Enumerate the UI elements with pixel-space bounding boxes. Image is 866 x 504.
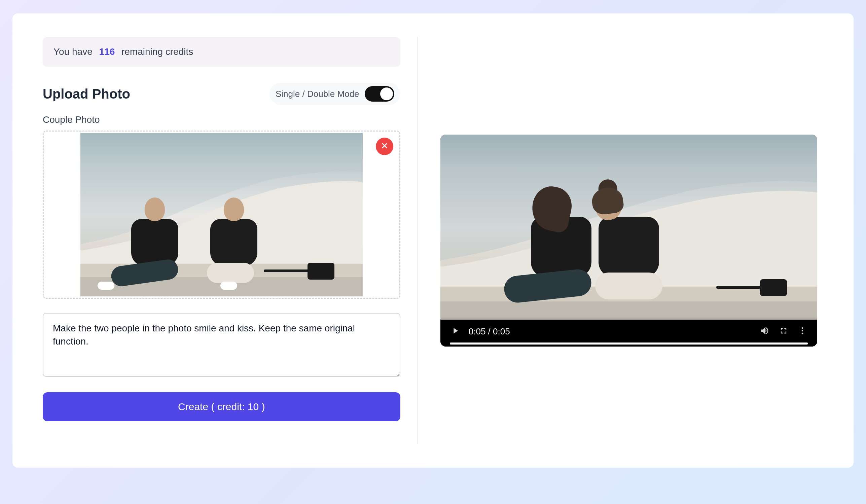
- volume-icon: [760, 326, 769, 337]
- video-player[interactable]: 0:05 / 0:05: [441, 135, 817, 347]
- main-card: You have 116 remaining credits Upload Ph…: [12, 13, 854, 468]
- volume-button[interactable]: [759, 326, 770, 337]
- credits-count: 116: [95, 46, 119, 57]
- upload-header: Upload Photo Single / Double Mode: [43, 83, 400, 105]
- video-controls: 0:05 / 0:05: [441, 316, 817, 347]
- fullscreen-icon: [779, 326, 788, 337]
- mode-toggle[interactable]: [365, 86, 394, 102]
- prompt-input[interactable]: [43, 313, 400, 377]
- upload-title: Upload Photo: [43, 87, 130, 102]
- upload-area[interactable]: [43, 131, 400, 299]
- couple-photo-label: Couple Photo: [43, 114, 400, 125]
- play-icon: [451, 326, 460, 337]
- svg-point-6: [801, 327, 803, 329]
- remove-photo-button[interactable]: [376, 138, 393, 155]
- svg-point-8: [801, 333, 803, 334]
- left-panel: You have 116 remaining credits Upload Ph…: [43, 37, 418, 444]
- right-panel: 0:05 / 0:05: [418, 37, 823, 444]
- progress-fill: [450, 343, 808, 345]
- fullscreen-button[interactable]: [778, 326, 789, 337]
- more-vert-icon: [798, 326, 807, 337]
- svg-point-7: [801, 330, 803, 332]
- credits-bar: You have 116 remaining credits: [43, 37, 400, 67]
- mode-label: Single / Double Mode: [276, 89, 359, 99]
- credits-suffix: remaining credits: [121, 46, 193, 57]
- create-button[interactable]: Create ( credit: 10 ): [43, 392, 400, 421]
- video-progress[interactable]: [450, 343, 808, 345]
- more-button[interactable]: [797, 326, 808, 337]
- video-frame: [441, 135, 817, 320]
- credits-prefix: You have: [54, 46, 92, 57]
- uploaded-photo: [80, 133, 363, 296]
- mode-toggle-container: Single / Double Mode: [269, 83, 400, 105]
- video-time: 0:05 / 0:05: [469, 326, 751, 337]
- close-icon: [380, 142, 389, 151]
- toggle-knob: [380, 88, 393, 100]
- play-button[interactable]: [450, 326, 460, 337]
